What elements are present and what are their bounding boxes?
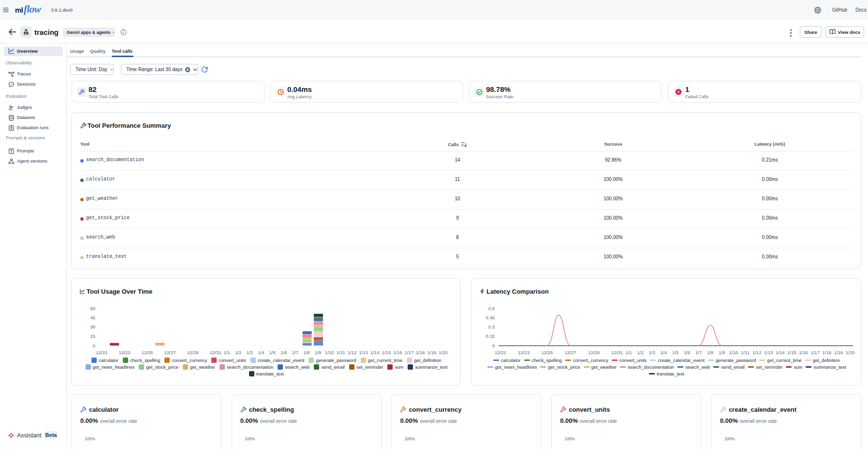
svg-text:1/3: 1/3 [247, 350, 253, 355]
svg-text:1/5: 1/5 [672, 350, 678, 355]
svg-text:0: 0 [492, 343, 495, 348]
svg-text:1/17: 1/17 [405, 350, 414, 355]
svg-text:60: 60 [90, 306, 95, 311]
svg-text:1/8: 1/8 [303, 350, 309, 355]
svg-text:12/25: 12/25 [142, 350, 153, 355]
svg-text:45: 45 [90, 315, 95, 320]
svg-text:1/11: 1/11 [741, 350, 750, 355]
svg-text:1/12: 1/12 [752, 350, 762, 355]
svg-text:1/7: 1/7 [292, 350, 298, 355]
svg-text:1/18: 1/18 [823, 350, 832, 355]
svg-text:1/14: 1/14 [370, 350, 380, 355]
svg-text:0.45: 0.45 [486, 315, 495, 320]
svg-text:1/20: 1/20 [439, 350, 448, 355]
svg-text:12/21: 12/21 [96, 350, 108, 355]
svg-text:12/29: 12/29 [588, 350, 600, 355]
svg-text:1/1: 1/1 [224, 350, 230, 355]
svg-text:0.15: 0.15 [486, 333, 495, 339]
svg-text:1/1: 1/1 [625, 350, 632, 355]
svg-text:12/27: 12/27 [164, 350, 176, 355]
svg-text:1/16: 1/16 [393, 350, 402, 355]
svg-text:1/9: 1/9 [719, 350, 725, 355]
svg-text:12/23: 12/23 [518, 350, 530, 355]
svg-text:1/19: 1/19 [427, 350, 437, 355]
svg-text:1/13: 1/13 [764, 350, 773, 355]
svg-text:1/15: 1/15 [787, 350, 796, 355]
svg-text:0.6: 0.6 [488, 306, 495, 311]
svg-text:15: 15 [90, 333, 95, 339]
svg-text:1/15: 1/15 [382, 350, 391, 355]
svg-text:1/7: 1/7 [695, 350, 702, 355]
svg-text:1/14: 1/14 [776, 350, 785, 355]
svg-text:1/17: 1/17 [810, 350, 820, 355]
svg-text:1/13: 1/13 [359, 350, 368, 355]
svg-text:1/18: 1/18 [416, 350, 425, 355]
svg-text:12/25: 12/25 [542, 350, 553, 355]
svg-text:0.3: 0.3 [488, 324, 495, 329]
svg-text:1/5: 1/5 [269, 350, 276, 355]
svg-text:1/4: 1/4 [661, 350, 667, 355]
svg-text:1/6: 1/6 [280, 350, 287, 355]
svg-text:1/11: 1/11 [337, 350, 345, 355]
svg-text:1/9: 1/9 [315, 350, 321, 355]
svg-text:12/23: 12/23 [119, 350, 131, 355]
svg-text:0: 0 [93, 343, 95, 348]
svg-text:1/2: 1/2 [235, 350, 241, 355]
svg-text:1/12: 1/12 [348, 350, 357, 355]
svg-text:1/10: 1/10 [729, 350, 738, 355]
svg-text:1/10: 1/10 [325, 350, 334, 355]
svg-text:12/29: 12/29 [187, 350, 199, 355]
svg-text:1/19: 1/19 [834, 350, 843, 355]
svg-text:12/31: 12/31 [210, 350, 221, 355]
svg-text:12/27: 12/27 [565, 350, 576, 355]
svg-text:1/20: 1/20 [846, 350, 855, 355]
svg-text:12/31: 12/31 [611, 350, 623, 355]
svg-text:1/2: 1/2 [637, 350, 644, 355]
svg-text:1/16: 1/16 [799, 350, 808, 355]
svg-text:1/6: 1/6 [684, 350, 690, 355]
svg-text:1/4: 1/4 [258, 350, 264, 355]
svg-text:30: 30 [90, 324, 95, 329]
svg-text:12/21: 12/21 [495, 350, 506, 355]
svg-text:1/3: 1/3 [649, 350, 655, 355]
svg-text:1/8: 1/8 [707, 350, 713, 355]
